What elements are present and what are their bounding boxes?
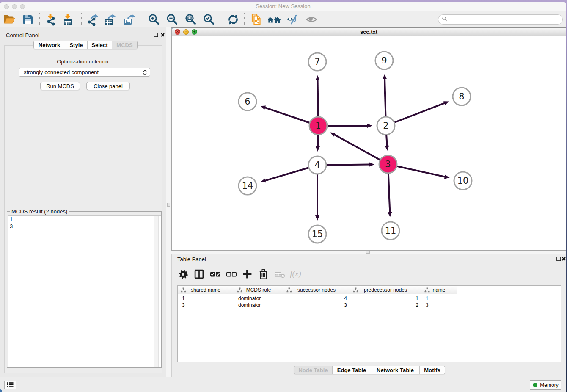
criterion-dropdown[interactable]: strongly connected component (19, 68, 150, 77)
mcds-result-title: MCDS result (2 nodes) (10, 208, 69, 215)
horizontal-splitter[interactable] (171, 251, 566, 254)
zoom-fit-icon[interactable] (184, 13, 197, 26)
table-cell[interactable]: dominator (234, 302, 284, 309)
control-panel-tabs: NetworkStyleSelectMCDS (33, 41, 138, 49)
tab-select[interactable]: Select (87, 41, 112, 49)
table-panel-title: Table Panel (177, 256, 206, 262)
export-network-icon[interactable] (86, 13, 99, 26)
open-file-icon[interactable] (3, 13, 16, 26)
toolbar-separator (142, 13, 142, 25)
table-cell[interactable]: 1 (178, 295, 234, 302)
mcds-result-line: 1 (8, 216, 161, 223)
column-header-successor-nodes[interactable]: successor nodes (284, 286, 350, 294)
network-frame-header[interactable]: ✕ − + scc.txt (172, 28, 566, 36)
graph-svg: 7968124314101511 (172, 36, 566, 250)
delete-table-icon (274, 268, 285, 280)
window-title: Session: New Session (0, 3, 566, 9)
task-history-button[interactable] (4, 381, 16, 389)
toolbar-separator (244, 13, 245, 25)
edge-arrowhead-4-14 (261, 179, 266, 183)
export-table-icon[interactable] (103, 13, 117, 26)
result-scrollbar[interactable] (154, 216, 159, 367)
column-header-shared-name[interactable]: shared name (178, 286, 234, 294)
column-header-label: MCDS role (246, 287, 271, 293)
graph-node-label-4: 4 (314, 160, 320, 170)
column-header-name[interactable]: name (421, 286, 457, 294)
table-cell[interactable]: 2 (350, 302, 421, 309)
criterion-value: strongly connected component (24, 69, 99, 75)
edge-arrowhead-1-7 (316, 75, 320, 80)
column-header-predecessor-nodes[interactable]: predecessor nodes (350, 286, 421, 294)
edge-arrowhead-1-2 (367, 124, 372, 128)
column-header-label: shared name (191, 287, 220, 293)
tab-mcds[interactable]: MCDS (112, 41, 137, 49)
save-icon[interactable] (21, 13, 35, 26)
graph-node-label-15: 15 (312, 229, 323, 239)
table-cell[interactable]: 3 (284, 302, 350, 309)
split-columns-icon[interactable] (193, 268, 205, 280)
edge-arrowhead-4-3 (369, 163, 374, 167)
graph-node-label-14: 14 (242, 181, 253, 191)
network-canvas[interactable]: 7968124314101511 (172, 36, 566, 250)
search-icon (442, 16, 447, 23)
tab-network-table[interactable]: Network Table (371, 366, 419, 374)
hide-details-icon[interactable] (286, 13, 300, 26)
graph-node-label-10: 10 (457, 176, 469, 186)
network-frame: ✕ − + scc.txt 7968124314101511 (171, 27, 566, 251)
hierarchy-icon (424, 287, 430, 294)
toolbar-separator (81, 13, 82, 25)
vertical-splitter[interactable] (166, 27, 171, 377)
table-cell[interactable]: 3 (421, 302, 457, 309)
memory-button[interactable]: Memory (530, 380, 561, 390)
graph-node-label-3: 3 (385, 159, 391, 169)
edge-arrowhead-1-4 (316, 146, 320, 152)
zoom-out-icon[interactable] (165, 13, 179, 26)
vertical-splitter-grip[interactable] (167, 203, 170, 207)
tab-network[interactable]: Network (34, 41, 65, 49)
close-table-panel-icon[interactable] (561, 256, 566, 262)
search-input[interactable] (449, 17, 562, 22)
graph-node-label-6: 6 (245, 97, 250, 107)
graph-node-label-1: 1 (315, 121, 321, 131)
delete-column-icon[interactable] (258, 268, 269, 280)
table-toolbar: f(x) (177, 266, 301, 282)
import-network-icon[interactable] (45, 13, 58, 26)
float-panel-icon[interactable] (153, 32, 159, 38)
refresh-icon[interactable] (226, 13, 240, 26)
export-image-icon[interactable] (122, 13, 136, 26)
graph-node-label-2: 2 (383, 121, 388, 131)
run-mcds-button[interactable]: Run MCDS (40, 82, 80, 90)
table-cell[interactable]: 3 (178, 302, 234, 309)
duplicate-network-icon[interactable] (250, 13, 263, 26)
mcds-result-groupbox: MCDS result (2 nodes) 13 (7, 211, 162, 368)
table-cell[interactable]: dominator (234, 295, 284, 302)
close-panel-icon[interactable] (160, 32, 165, 38)
gear-icon[interactable] (177, 268, 189, 280)
zoom-in-icon[interactable] (147, 13, 160, 26)
table-cell[interactable]: 1 (421, 295, 457, 302)
close-panel-button[interactable]: Close panel (86, 82, 130, 90)
import-table-icon[interactable] (61, 13, 74, 26)
network-frame-title: scc.txt (172, 29, 566, 35)
table-cell[interactable]: 1 (350, 295, 421, 302)
home-icon[interactable] (267, 13, 281, 26)
edge-arrowhead-2-9 (383, 74, 387, 79)
edge-arrowhead-3-11 (388, 212, 392, 217)
add-column-icon[interactable] (242, 268, 253, 280)
search-field[interactable] (438, 14, 563, 25)
zoom-selected-icon[interactable] (202, 13, 215, 26)
show-details-icon[interactable] (305, 13, 319, 26)
memory-status-icon (533, 383, 537, 387)
select-all-icon[interactable] (209, 268, 221, 280)
tab-style[interactable]: Style (65, 41, 87, 49)
node-table: shared nameMCDS rolesuccessor nodesprede… (177, 285, 561, 362)
mcds-result-textarea[interactable]: 13 (8, 215, 161, 367)
tab-edge-table[interactable]: Edge Table (332, 366, 371, 374)
table-cell[interactable]: 4 (284, 295, 350, 302)
tab-node-table[interactable]: Node Table (294, 366, 332, 374)
column-header-label: name (432, 287, 445, 293)
column-header-MCDS-role[interactable]: MCDS role (234, 286, 284, 294)
horizontal-splitter-grip[interactable] (366, 251, 370, 254)
unselect-all-icon[interactable] (226, 268, 237, 280)
tab-motifs[interactable]: Motifs (419, 366, 445, 374)
